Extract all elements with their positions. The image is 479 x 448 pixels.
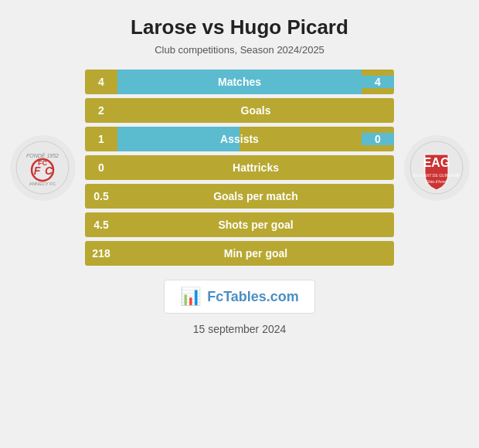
stats-area: 4Matches42Goals1Assists00Hattricks0.5Goa… [85,70,394,266]
stat-label-assists: Assists [117,133,362,145]
stat-right-assists: 0 [362,133,394,145]
stat-label-matches: Matches [117,76,362,88]
svg-text:ANNECY FC: ANNECY FC [29,182,56,186]
svg-text:C: C [45,165,53,177]
fctables-icon: 📊 [180,287,201,307]
stat-label-min_per_goal: Min per goal [117,247,394,260]
annecy-logo: FONDÉ 1952 FC F C ANNECY FC [10,135,76,201]
stat-row-goals_per_match: 0.5Goals per match [85,184,394,209]
stat-label-goals: Goals [117,104,394,117]
stat-left-hattricks: 0 [85,161,117,174]
stat-left-min_per_goal: 218 [85,247,117,260]
guingamp-logo: EAG EN AVANT DE GUINGAMP Côtes d'Armor [404,135,470,201]
page-title: Larose vs Hugo Picard [131,15,348,39]
stat-left-goals_per_match: 0.5 [85,190,117,202]
stat-left-matches: 4 [85,76,117,88]
stat-left-assists: 1 [85,133,117,145]
svg-text:F: F [34,165,41,177]
stat-row-matches: 4Matches4 [85,70,394,94]
stat-label-hattricks: Hattricks [117,161,394,174]
svg-text:FONDÉ 1952: FONDÉ 1952 [26,152,59,158]
left-logo-area: FONDÉ 1952 FC F C ANNECY FC [8,135,77,201]
svg-text:EN AVANT DE GUINGAMP: EN AVANT DE GUINGAMP [413,173,461,178]
stat-row-shots_per_goal: 4.5Shots per goal [85,212,394,237]
stat-left-shots_per_goal: 4.5 [85,219,117,231]
subtitle: Club competitions, Season 2024/2025 [155,44,324,56]
right-logo-area: EAG EN AVANT DE GUINGAMP Côtes d'Armor [402,135,471,201]
date-label: 15 september 2024 [193,323,287,335]
svg-text:Côtes d'Armor: Côtes d'Armor [426,180,448,184]
stat-row-hattricks: 0Hattricks [85,155,394,180]
fctables-banner[interactable]: 📊 FcTables.com [164,280,315,314]
stat-label-shots_per_goal: Shots per goal [117,219,394,231]
main-content: FONDÉ 1952 FC F C ANNECY FC 4Matches42Go… [8,70,471,266]
fctables-label: FcTables.com [207,289,299,305]
stat-label-goals_per_match: Goals per match [117,190,394,202]
stat-row-min_per_goal: 218Min per goal [85,241,394,266]
stat-left-goals: 2 [85,104,117,117]
stat-row-assists: 1Assists0 [85,127,394,151]
svg-text:EAG: EAG [423,156,450,169]
stat-row-goals: 2Goals [85,98,394,123]
stat-right-matches: 4 [362,76,394,88]
